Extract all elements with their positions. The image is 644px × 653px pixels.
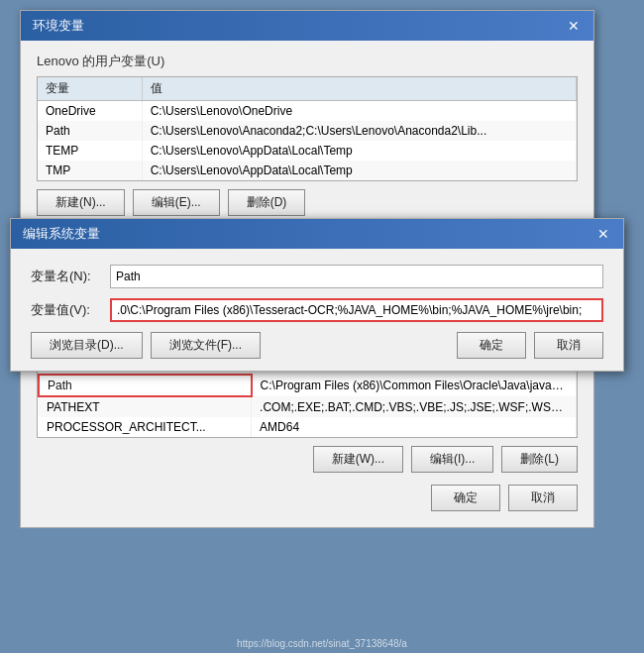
- var-val-input[interactable]: [110, 298, 603, 322]
- edit-dialog-title: 编辑系统变量 ✕: [11, 219, 623, 249]
- env-dialog-title-text: 环境变量: [33, 17, 84, 35]
- sys-var-value: AMD64: [252, 417, 577, 437]
- var-name-label: 变量名(N):: [31, 268, 110, 285]
- var-val-row: 变量值(V):: [31, 298, 603, 322]
- sys-ok-button[interactable]: 确定: [431, 485, 500, 511]
- edit-dialog-close-icon[interactable]: ✕: [595, 226, 611, 242]
- sys-cancel-button[interactable]: 取消: [508, 485, 578, 511]
- edit-cancel-button[interactable]: 取消: [534, 332, 603, 359]
- sys-table-row[interactable]: PathC:\Program Files (x86)\Common Files\…: [39, 375, 577, 396]
- sys-var-value: .COM;.EXE;.BAT;.CMD;.VBS;.VBE;.JS;.JSE;.…: [252, 396, 577, 417]
- user-table-row[interactable]: PathC:\Users\Lenovo\Anaconda2;C:\Users\L…: [38, 121, 577, 141]
- user-vars-label: Lenovo 的用户变量(U): [37, 53, 578, 70]
- user-var-value: C:\Users\Lenovo\AppData\Local\Temp: [142, 161, 576, 180]
- edit-sysvar-dialog: 编辑系统变量 ✕ 变量名(N): 变量值(V): 浏览目录(D)... 浏览文件…: [10, 218, 624, 372]
- user-var-name: OneDrive: [38, 101, 142, 122]
- env-dialog-close-icon[interactable]: ✕: [566, 18, 582, 34]
- sys-bottom-btn-row: 确定 取消: [37, 485, 578, 511]
- user-delete-button[interactable]: 删除(D): [228, 189, 306, 216]
- sys-var-name: PATHEXT: [39, 396, 252, 417]
- sys-var-name: Path: [39, 375, 252, 396]
- user-new-button[interactable]: 新建(N)...: [37, 189, 125, 216]
- user-vars-table: 变量 值 OneDriveC:\Users\Lenovo\OneDrivePat…: [38, 77, 577, 180]
- user-table-col-var: 变量: [38, 77, 142, 101]
- sys-vars-btn-row: 新建(W)... 编辑(I)... 删除(L): [37, 446, 578, 473]
- sys-new-button[interactable]: 新建(W)...: [313, 446, 403, 473]
- sys-delete-button[interactable]: 删除(L): [501, 446, 578, 473]
- sys-table-row[interactable]: PATHEXT.COM;.EXE;.BAT;.CMD;.VBS;.VBE;.JS…: [39, 396, 577, 417]
- var-val-label: 变量值(V):: [31, 301, 110, 319]
- watermark: https://blog.csdn.net/sinat_37138648/a: [0, 638, 644, 649]
- user-vars-btn-row: 新建(N)... 编辑(E)... 删除(D): [37, 189, 578, 216]
- user-table-row[interactable]: TMPC:\Users\Lenovo\AppData\Local\Temp: [38, 161, 577, 180]
- user-vars-table-container: 变量 值 OneDriveC:\Users\Lenovo\OneDrivePat…: [37, 76, 578, 181]
- user-table-row[interactable]: OneDriveC:\Users\Lenovo\OneDrive: [38, 101, 577, 122]
- user-var-name: Path: [38, 121, 142, 141]
- user-var-name: TMP: [38, 161, 142, 180]
- sys-table-row[interactable]: PROCESSOR_ARCHITECT...AMD64: [39, 417, 577, 437]
- sys-var-name: PROCESSOR_ARCHITECT...: [39, 417, 252, 437]
- env-variables-dialog: 环境变量 ✕ Lenovo 的用户变量(U) 变量 值 OneDriveC:\U…: [20, 10, 594, 233]
- user-var-value: C:\Users\Lenovo\Anaconda2;C:\Users\Lenov…: [142, 121, 576, 141]
- user-table-col-val: 值: [142, 77, 576, 101]
- sys-var-value: C:\Program Files (x86)\Common Files\Orac…: [252, 375, 577, 396]
- edit-dialog-title-text: 编辑系统变量: [23, 225, 100, 243]
- user-var-name: TEMP: [38, 141, 142, 161]
- browse-file-button[interactable]: 浏览文件(F)...: [151, 332, 261, 359]
- env-dialog-title: 环境变量 ✕: [21, 11, 593, 41]
- user-var-value: C:\Users\Lenovo\OneDrive: [142, 101, 576, 122]
- user-var-value: C:\Users\Lenovo\AppData\Local\Temp: [142, 141, 576, 161]
- edit-ok-button[interactable]: 确定: [457, 332, 526, 359]
- sys-edit-button[interactable]: 编辑(I)...: [411, 446, 493, 473]
- user-edit-button[interactable]: 编辑(E)...: [133, 189, 220, 216]
- var-name-input[interactable]: [110, 265, 603, 288]
- browse-dir-button[interactable]: 浏览目录(D)...: [31, 332, 143, 359]
- var-name-row: 变量名(N):: [31, 265, 603, 288]
- user-table-row[interactable]: TEMPC:\Users\Lenovo\AppData\Local\Temp: [38, 141, 577, 161]
